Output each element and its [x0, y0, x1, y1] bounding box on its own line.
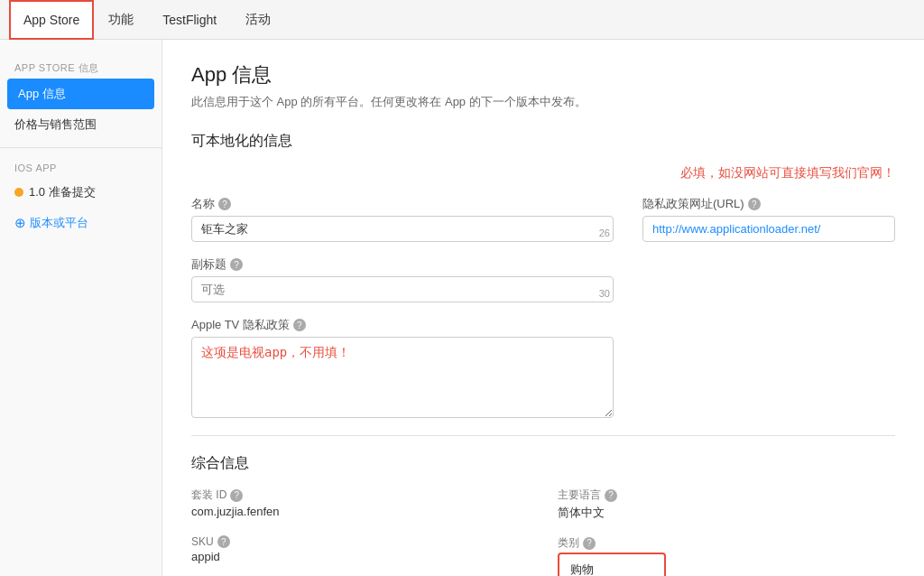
sidebar-divider [0, 147, 162, 148]
nav-activity[interactable]: 活动 [231, 0, 285, 40]
sidebar-item-ios-version[interactable]: 1.0 准备提交 [0, 177, 162, 208]
sku-value: appid [191, 550, 529, 563]
appletv-textarea[interactable]: 这项是电视app，不用填！ [191, 337, 614, 418]
sidebar-add-platform[interactable]: ⊕ 版本或平台 [0, 208, 162, 238]
subtitle-help-icon[interactable]: ? [230, 258, 243, 271]
primary-language-help-icon[interactable]: ? [605, 489, 617, 502]
privacy-help-icon[interactable]: ? [748, 198, 761, 210]
summary-section-title: 综合信息 [191, 435, 895, 473]
category-label: 类别 ? [558, 535, 895, 551]
appletv-label: Apple TV 隐私政策 ? [191, 317, 614, 333]
primary-language-item: 主要语言 ? 简体中文 [558, 488, 895, 521]
subtitle-input[interactable] [191, 276, 614, 302]
bundle-id-item: 套装 ID ? com.juzjia.fenfen [191, 488, 529, 521]
privacy-url-label: 隐私政策网址(URL) ? [642, 196, 895, 212]
name-field-row: 名称 ? 26 [191, 196, 614, 242]
sidebar-item-appinfo[interactable]: App 信息 [7, 79, 154, 109]
main-content: App 信息 此信息用于这个 App 的所有平台。任何更改将在 App 的下一个… [162, 40, 924, 576]
plus-icon: ⊕ [14, 215, 26, 231]
top-nav: App Store 功能 TestFlight 活动 [0, 0, 924, 40]
sidebar-section-ios: IOS APP [0, 155, 162, 177]
name-label: 名称 ? [191, 196, 614, 212]
sidebar-item-pricing[interactable]: 价格与销售范围 [0, 109, 162, 140]
primary-language-label: 主要语言 ? [558, 488, 895, 503]
required-note: 必填，如没网站可直接填写我们官网！ [191, 165, 895, 181]
privacy-url-input[interactable] [642, 216, 895, 242]
sidebar-section-appstore: APP STORE 信息 [0, 54, 162, 79]
appletv-field-row: Apple TV 隐私政策 ? 这项是电视app，不用填！ [191, 317, 614, 421]
category-item: 类别 ? 购物 [558, 535, 895, 576]
summary-grid: 套装 ID ? com.juzjia.fenfen 主要语言 ? 简体中文 SK… [191, 488, 895, 576]
name-help-icon[interactable]: ? [218, 198, 231, 210]
sidebar: APP STORE 信息 App 信息 价格与销售范围 IOS APP 1.0 … [0, 40, 162, 576]
category-value[interactable]: 购物 [558, 553, 666, 576]
privacy-url-row: 隐私政策网址(URL) ? [642, 196, 895, 242]
status-dot-yellow [14, 188, 23, 197]
sku-label: SKU ? [191, 535, 529, 548]
name-char-count: 26 [599, 228, 610, 238]
subtitle-label: 副标题 ? [191, 256, 614, 273]
nav-appstore[interactable]: App Store [9, 0, 94, 40]
page-subtitle: 此信息用于这个 App 的所有平台。任何更改将在 App 的下一个版本中发布。 [191, 94, 895, 110]
bundle-id-label: 套装 ID ? [191, 488, 529, 503]
primary-language-value: 简体中文 [558, 505, 895, 521]
subtitle-char-count: 30 [599, 288, 610, 299]
category-help-icon[interactable]: ? [583, 537, 596, 550]
sku-help-icon[interactable]: ? [217, 535, 230, 548]
localizable-section-title: 可本地化的信息 [191, 132, 895, 151]
name-input[interactable] [191, 216, 614, 242]
appletv-help-icon[interactable]: ? [293, 319, 306, 331]
nav-features[interactable]: 功能 [94, 0, 148, 40]
page-title: App 信息 [191, 61, 895, 88]
bundle-id-value: com.juzjia.fenfen [191, 505, 529, 518]
sku-item: SKU ? appid [191, 535, 529, 576]
nav-testflight[interactable]: TestFlight [148, 0, 231, 40]
subtitle-field-row: 副标题 ? 30 [191, 256, 614, 302]
bundle-id-help-icon[interactable]: ? [230, 489, 243, 502]
